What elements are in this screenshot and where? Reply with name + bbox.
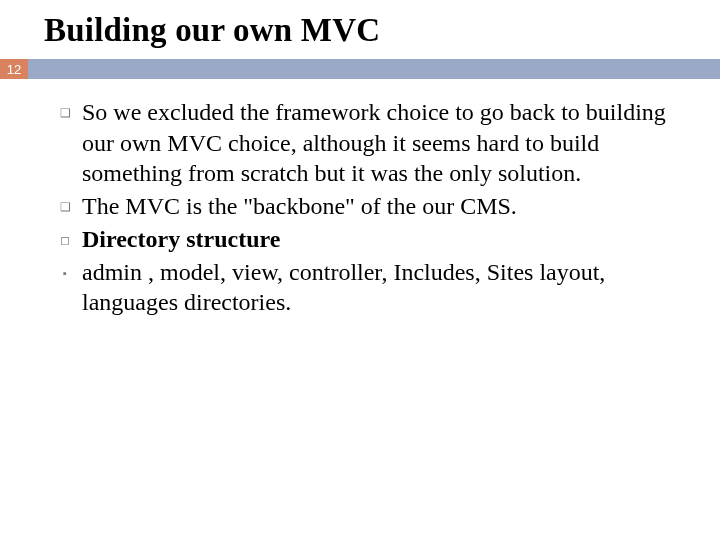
- title-bar-fill: [28, 59, 720, 79]
- title-bar: 12: [0, 59, 720, 79]
- slide-body: ❑ So we excluded the framework choice to…: [0, 79, 720, 318]
- list-item: ◻ Directory structure: [48, 224, 680, 255]
- item-text: admin , model, view, controller, Include…: [82, 257, 680, 318]
- item-text: Directory structure: [82, 224, 680, 255]
- hollow-square-icon: ❑: [48, 191, 82, 214]
- list-item: ❑ The MVC is the "backbone" of the our C…: [48, 191, 680, 222]
- solid-square-icon: ▪: [48, 257, 82, 279]
- list-item: ❑ So we excluded the framework choice to…: [48, 97, 680, 189]
- content-list: ❑ So we excluded the framework choice to…: [48, 97, 680, 318]
- list-item: ▪ admin , model, view, controller, Inclu…: [48, 257, 680, 318]
- page-number-badge: 12: [0, 59, 28, 79]
- item-text: So we excluded the framework choice to g…: [82, 97, 680, 189]
- hollow-box-icon: ◻: [48, 224, 82, 247]
- hollow-square-icon: ❑: [48, 97, 82, 120]
- slide-title: Building our own MVC: [0, 0, 720, 59]
- item-text: The MVC is the "backbone" of the our CMS…: [82, 191, 680, 222]
- slide: Building our own MVC 12 ❑ So we excluded…: [0, 0, 720, 540]
